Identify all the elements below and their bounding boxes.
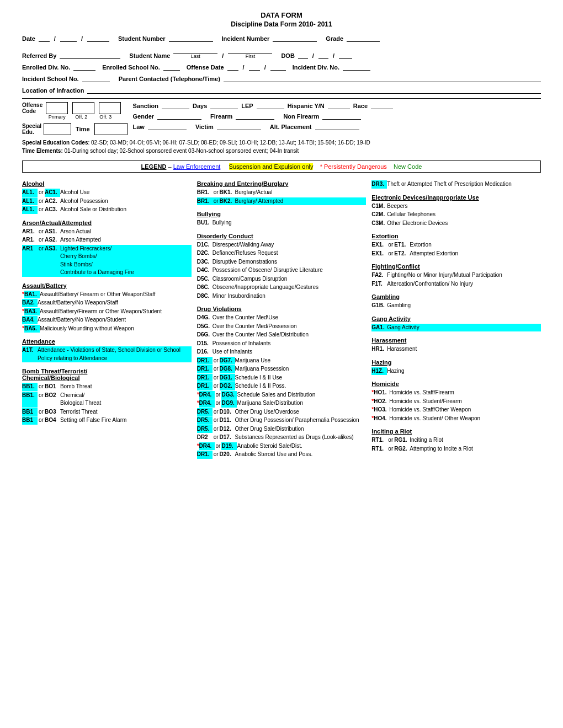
incident-div-field[interactable] (343, 63, 370, 71)
section-fighting: Fighting/Conflict FA2. Fighting/No or Mi… (371, 263, 541, 288)
student-name-last-field[interactable] (173, 46, 217, 53)
special-codes-values: 02-SD; 03-MD; 04-OI; 05-VI; 06-HI; 07-SL… (91, 140, 370, 146)
section-gang: Gang Activity GA1. Gang Activity (371, 315, 541, 332)
section-electronic: Electronic Devices/Inappropriate Use C1M… (371, 194, 541, 228)
firearm-field[interactable] (236, 113, 274, 120)
law-field[interactable] (148, 123, 187, 130)
enrolled-div-field[interactable] (73, 63, 95, 71)
special-edu-label: Special Edu. (22, 123, 41, 135)
c1m-code: C1M. (371, 202, 387, 211)
sanction-field[interactable] (162, 102, 189, 109)
time-field[interactable] (94, 123, 128, 135)
days-field[interactable] (210, 102, 238, 109)
d12-code: D12. (220, 425, 235, 433)
c2m-desc: Cellular Telephones (387, 211, 541, 219)
d11-code: D11. (220, 416, 235, 425)
alcohol-item-3: AL1. or AC3. Alcohol Sale or Distributio… (22, 206, 192, 214)
alcohol-title: Alcohol (22, 180, 192, 187)
assault-item-5: * BA5. Maliciously Wounding without Weap… (22, 325, 192, 333)
incident-number-field[interactable] (273, 35, 317, 42)
d17-desc: Substances Represented as Drugs (Look-al… (235, 433, 367, 442)
ho4-desc: Homicide vs. Student/ Other Weapon (389, 415, 541, 423)
as1-code: AS1. (45, 228, 60, 236)
grade-field[interactable] (347, 35, 380, 42)
firearm-label: Firearm (210, 113, 232, 120)
date-dd[interactable] (60, 35, 77, 42)
dg9-code: DG9. (221, 399, 237, 408)
fa2-desc: Fighting/No or Minor Injury/Mutual Parti… (387, 271, 541, 280)
dob-yyyy[interactable] (339, 52, 352, 59)
victim-field[interactable] (217, 123, 261, 130)
dg9-desc: Marijuana Sale/Distribution (237, 399, 366, 408)
parent-contacted-field[interactable] (224, 75, 541, 82)
d2c-desc: Defiance/Refuses Request (213, 249, 367, 258)
section-hazing: Hazing H1Z. Hazing (371, 359, 541, 376)
drug-item-d5g: D5G. Over the Counter Med/Possession (197, 323, 367, 331)
breaking-item-1: BR1. or BK1. Burglary/Actual (197, 189, 367, 197)
d2c-code: D2C. (197, 249, 213, 258)
bb1-code-2: BB1. (22, 392, 38, 408)
offense-code-label: Offense Code (22, 102, 43, 114)
bb1-code: BB1. (22, 383, 38, 391)
drug-item-d11: DR5. or D11. Other Drug Possession/ Para… (197, 416, 367, 425)
alt-placement-field[interactable] (315, 123, 359, 130)
dob-dd[interactable] (318, 52, 328, 59)
assault-title: Assault/Battery (22, 282, 192, 289)
enrolled-school-field[interactable] (163, 63, 180, 71)
false-alarm-desc: Setting off False Fire Alarm (60, 416, 192, 425)
off2-label: Off. 2 (70, 114, 92, 120)
dg7-code: DG7. (220, 357, 235, 365)
section-inciting: Inciting a Riot RT1. or RG1. Inciting a … (371, 428, 541, 453)
incident-school-field[interactable] (82, 75, 110, 82)
hispanic-field[interactable] (328, 102, 350, 109)
et1-desc: Extortion (410, 241, 541, 249)
ba1-desc: Assault/Battery/ Firearm or Other Weapon… (40, 291, 192, 299)
time-codes-values: 01-During school day; 02-School sponsore… (65, 148, 299, 154)
g1b-code: G1B. (371, 302, 387, 310)
offense-date-yyyy[interactable] (270, 63, 286, 71)
homicide-item-3: * HO3. Homicide vs. Staff/Other Weapon (371, 406, 541, 414)
sanction-row: Sanction Days LEP Hispanic Y/N Race (133, 102, 541, 109)
offense-code-off3[interactable] (99, 102, 121, 114)
bullying-desc: Bullying (213, 219, 367, 227)
d8c-desc: Minor Insubordination (213, 292, 367, 301)
code-boxes-row (46, 102, 123, 114)
student-number-field[interactable] (169, 35, 213, 42)
race-field[interactable] (371, 102, 393, 109)
form-row-1: Date / / Student Number Incident Number … (22, 35, 541, 42)
special-edu-field[interactable] (44, 123, 71, 135)
offense-code-boxes: Primary Off. 2 Off. 3 (46, 102, 123, 120)
drug-item-d10: DR5. or D10. Other Drug Use/Overdose (197, 408, 367, 416)
drug-item-dg2: DR1. or DG2. Schedule I & II Poss. (197, 382, 367, 390)
section-disorderly: Disorderly Conduct D1C. Disrespect/Walki… (197, 233, 367, 301)
c1m-desc: Beepers (387, 202, 541, 211)
off3-label: Off. 3 (94, 114, 116, 120)
dg8-code: DG8. (220, 365, 235, 373)
form-row-2: Referred By Student Name Last / First DO… (22, 46, 541, 59)
referred-by-field[interactable] (60, 52, 120, 59)
rg2-desc: Attempting to Incite a Riot (410, 445, 541, 453)
fa2-code: FA2. (371, 271, 387, 280)
primary-label: Primary (46, 114, 68, 120)
bomb-item-3: BB1 or BO3 Terrorist Threat (22, 408, 192, 416)
d10-desc: Other Drug Use/Overdose (235, 408, 367, 416)
offense-code-off2[interactable] (72, 102, 94, 114)
offense-code-primary[interactable] (46, 102, 68, 114)
gender-field[interactable] (157, 113, 201, 120)
offense-column-2: Breaking and Entering/Burglary BR1. or B… (197, 180, 367, 464)
student-name-first-field[interactable] (228, 46, 272, 53)
al1-code: AL1. (22, 189, 38, 197)
date-yyyy[interactable] (87, 35, 109, 42)
c2m-code: C2M. (371, 211, 387, 219)
date-mm[interactable] (39, 35, 50, 42)
non-firearm-field[interactable] (322, 113, 361, 120)
lep-field[interactable] (257, 102, 284, 109)
dob-mm[interactable] (298, 52, 308, 59)
location-field[interactable] (87, 87, 541, 94)
section-extortion: Extortion EX1. or ET1. Extortion EX1. or… (371, 233, 541, 258)
offense-date-dd[interactable] (249, 63, 260, 71)
dg8-desc: Marijuana Possession (235, 365, 367, 373)
homicide-item-1: * HO1. Homicide vs. Staff/Firearm (371, 389, 541, 397)
offense-date-mm[interactable] (227, 63, 238, 71)
breaking-title: Breaking and Entering/Burglary (197, 180, 367, 187)
